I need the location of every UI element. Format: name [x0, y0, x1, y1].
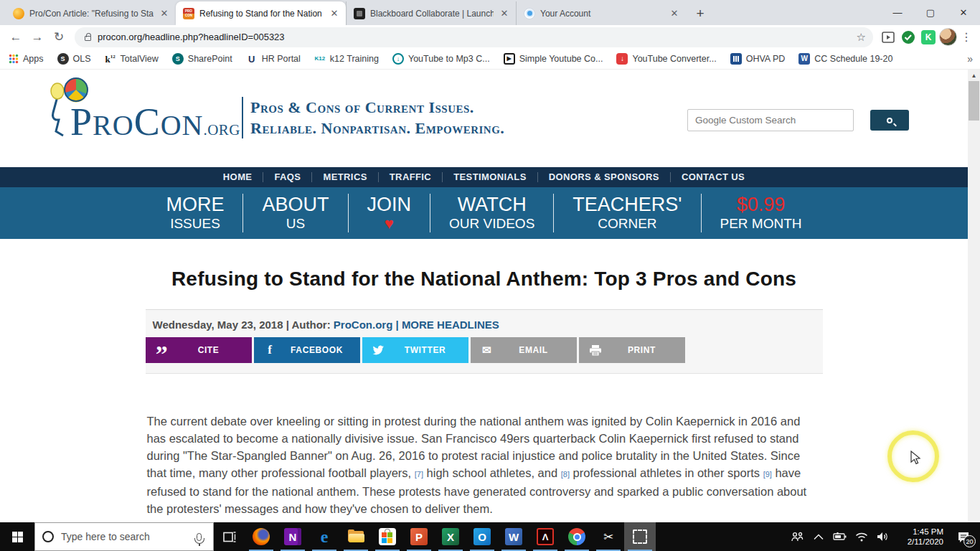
facebook-share-button[interactable]: fFACEBOOK — [254, 337, 360, 363]
bookmark-item[interactable]: SSharePoint — [172, 53, 232, 65]
check-extension-icon[interactable] — [899, 28, 918, 47]
bookmark-item[interactable]: ↓YouTube to Mp3 C... — [392, 53, 490, 65]
taskbar-app-edge-icon[interactable]: e — [308, 522, 340, 551]
browser-tab[interactable]: Blackboard Collaborate | Launch✕ — [346, 1, 516, 25]
nav-item-bottom-label: PER MONTH — [720, 215, 802, 232]
k-extension-icon[interactable]: K — [919, 28, 938, 47]
twitter-share-button[interactable]: TWITTER — [362, 337, 468, 363]
taskbar-app-powerpoint-icon[interactable]: P — [403, 522, 435, 551]
browser-tab[interactable]: Pro/Con Article: "Refusing to Sta✕ — [6, 1, 176, 25]
custom-search-input[interactable] — [687, 109, 854, 131]
maximize-button[interactable]: ▢ — [914, 0, 947, 25]
scroll-up-icon[interactable]: ▲ — [968, 70, 980, 79]
bookmark-item[interactable]: K12k12 Training — [314, 53, 379, 65]
bookmark-item[interactable]: k12TotalView — [105, 53, 159, 65]
more-headlines-link[interactable]: | MORE HEADLINES — [392, 319, 499, 331]
taskbar-app-explorer-icon[interactable] — [340, 522, 372, 551]
main-nav-item[interactable]: TEACHERS'CORNER — [554, 194, 700, 232]
close-button[interactable]: ✕ — [947, 0, 980, 25]
nav-item-top-label: WATCH — [449, 194, 534, 215]
tab-close-icon[interactable]: ✕ — [159, 8, 170, 19]
minimize-button[interactable]: — — [881, 0, 914, 25]
taskbar-app-word-icon[interactable]: W — [498, 522, 529, 551]
utility-nav-link[interactable]: DONORS & SPONSORS — [537, 172, 670, 182]
share-button-label: PRINT — [612, 345, 685, 355]
utility-nav-link[interactable]: CONTACT US — [670, 172, 755, 182]
main-nav-item[interactable]: MOREISSUES — [147, 194, 242, 232]
taskbar-app-firefox-icon[interactable] — [245, 522, 277, 551]
web-page: PROCON.ORG Pros & Cons of Current Issues… — [0, 70, 980, 522]
nav-item-bottom-label: ISSUES — [166, 215, 224, 232]
search-button[interactable] — [870, 110, 909, 131]
taskbar-app-acrobat-icon[interactable]: Λ — [529, 522, 561, 551]
print-share-button[interactable]: PRINT — [579, 337, 685, 363]
taskbar-app-snipping-icon[interactable]: ✂ — [593, 522, 624, 551]
bookmark-item[interactable]: OHVA PD — [730, 53, 786, 65]
tab-close-icon[interactable]: ✕ — [329, 8, 340, 19]
bookmarks-overflow-icon[interactable]: » — [967, 53, 973, 65]
url-text[interactable]: procon.org/headline.php?headlineID=00532… — [98, 32, 850, 42]
tab-close-icon[interactable]: ✕ — [669, 8, 680, 19]
browser-tab[interactable]: Your Account✕ — [516, 1, 686, 25]
new-tab-button[interactable]: + — [690, 4, 710, 24]
forward-icon[interactable]: → — [27, 27, 47, 47]
procon-logo-art — [42, 75, 106, 147]
taskbar-app-outlook-icon[interactable]: O — [466, 522, 498, 551]
utility-nav-link[interactable]: FAQS — [263, 172, 311, 182]
back-icon[interactable]: ← — [6, 27, 26, 47]
main-nav-item[interactable]: WATCHOUR VIDEOS — [430, 194, 553, 232]
tab-close-icon[interactable]: ✕ — [499, 8, 510, 19]
bookmark-label: SharePoint — [188, 54, 232, 64]
footnote-reference-link[interactable]: [8] — [561, 470, 570, 479]
volume-icon[interactable] — [873, 522, 892, 551]
taskbar-app-task-view-icon[interactable] — [214, 522, 245, 551]
bookmark-item[interactable]: ▶Simple Youtube Co... — [504, 53, 603, 65]
main-nav-item[interactable]: ABOUTUS — [243, 194, 347, 232]
bookmark-item[interactable]: ↓YouTube Converter... — [616, 53, 716, 65]
bookmark-item[interactable]: SOLS — [57, 53, 91, 65]
author-link[interactable]: ProCon.org — [334, 319, 393, 331]
address-bar: ← → ↻ procon.org/headline.php?headlineID… — [0, 25, 980, 49]
footnote-reference-link[interactable]: [9] — [763, 470, 772, 479]
bookmark-item[interactable]: UHR Portal — [246, 53, 301, 65]
scrollbar-thumb[interactable] — [969, 81, 979, 121]
utility-nav-link[interactable]: TESTIMONIALS — [442, 172, 537, 182]
omnibox[interactable]: procon.org/headline.php?headlineID=00532… — [75, 27, 873, 47]
people-icon[interactable] — [787, 522, 806, 551]
mouse-cursor — [910, 451, 922, 465]
chrome-menu-icon[interactable]: ⋮ — [958, 30, 974, 44]
taskbar-app-store-icon[interactable] — [372, 522, 403, 551]
tray-chevron-up-icon[interactable] — [809, 522, 828, 551]
main-nav-item[interactable]: $0.99PER MONTH — [702, 194, 821, 232]
profile-avatar[interactable] — [939, 28, 957, 46]
utility-nav-link[interactable]: HOME — [212, 172, 263, 182]
start-button[interactable] — [0, 522, 34, 551]
bookmark-item[interactable]: WCC Schedule 19-20 — [798, 53, 892, 65]
utility-nav-link[interactable]: TRAFFIC — [378, 172, 442, 182]
taskbar-app-excel-icon[interactable]: X — [435, 522, 466, 551]
taskbar-clock[interactable]: 1:45 PM 2/11/2020 — [899, 527, 943, 547]
battery-icon[interactable] — [830, 522, 849, 551]
email-share-button[interactable]: ✉EMAIL — [471, 337, 577, 363]
page-scrollbar[interactable]: ▲ — [968, 70, 980, 522]
taskbar-app-onenote-icon[interactable]: N — [277, 522, 308, 551]
taskbar-search[interactable]: Type here to search — [34, 522, 214, 551]
footnote-reference-link[interactable]: [7] — [415, 470, 423, 479]
browser-tab[interactable]: PROCONRefusing to Stand for the Nation✕ — [176, 1, 346, 25]
cite-share-button[interactable]: ”CITE — [146, 337, 252, 363]
main-nav-item[interactable]: JOIN♥ — [349, 194, 430, 232]
nav-item-top-label: TEACHERS' — [573, 194, 682, 215]
microphone-icon[interactable] — [197, 533, 202, 541]
procon-logo[interactable]: PROCON.ORG — [44, 74, 240, 141]
bookmark-item[interactable]: Apps — [9, 54, 44, 64]
utility-nav-link[interactable]: METRICS — [311, 172, 377, 182]
bookmark-star-icon[interactable]: ☆ — [857, 31, 866, 44]
action-center-icon[interactable]: 20 — [950, 522, 977, 551]
video-downloader-extension-icon[interactable] — [879, 28, 897, 47]
article-meta-strip: Wednesday, May 23, 2018 | Author: ProCon… — [146, 309, 823, 374]
reload-icon[interactable]: ↻ — [49, 27, 69, 47]
cursor-highlight-ring — [887, 430, 939, 482]
wifi-icon[interactable] — [852, 522, 871, 551]
taskbar-app-snip-sketch-icon[interactable] — [624, 522, 656, 551]
taskbar-app-chrome-icon[interactable] — [561, 522, 593, 551]
